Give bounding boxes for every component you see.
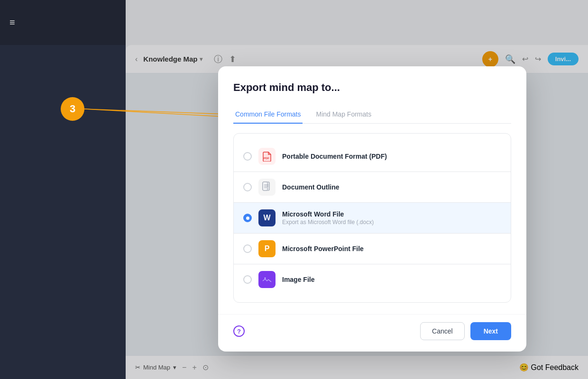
format-list: PDF Portable Document Format (PDF) xyxy=(233,133,511,303)
modal-body: Export mind map to... Common File Format… xyxy=(218,66,526,303)
radio-doc[interactable] xyxy=(243,183,252,191)
ppt-icon-label: P xyxy=(265,244,270,253)
img-name: Image File xyxy=(282,276,501,283)
svg-point-11 xyxy=(265,278,266,279)
pdf-icon: PDF xyxy=(258,148,276,165)
tab-common-label: Common File Formats xyxy=(235,110,301,118)
pdf-name: Portable Document Format (PDF) xyxy=(282,153,501,160)
next-button[interactable]: Next xyxy=(470,322,511,340)
footer-buttons: Cancel Next xyxy=(420,322,511,340)
tab-mindmap-label: Mind Map Formats xyxy=(316,110,371,118)
export-modal: Export mind map to... Common File Format… xyxy=(218,66,526,352)
radio-word[interactable] xyxy=(243,214,252,222)
format-tabs: Common File Formats Mind Map Formats xyxy=(233,105,511,124)
word-icon-label: W xyxy=(263,214,270,222)
radio-img[interactable] xyxy=(243,275,252,284)
doc-name: Document Outline xyxy=(282,183,501,191)
doc-icon xyxy=(258,179,276,196)
ppt-info: Microsoft PowerPoint File xyxy=(282,245,501,253)
svg-text:PDF: PDF xyxy=(264,157,269,160)
tab-common-formats[interactable]: Common File Formats xyxy=(233,106,303,124)
svg-rect-10 xyxy=(263,276,271,283)
format-item-doc[interactable]: Document Outline xyxy=(234,172,511,203)
tab-mindmap-formats[interactable]: Mind Map Formats xyxy=(314,106,373,124)
word-desc: Export as Microsoft Word file (.docx) xyxy=(282,219,501,226)
ppt-icon: P xyxy=(258,240,276,257)
format-item-word[interactable]: W Microsoft Word File Export as Microsof… xyxy=(234,203,511,234)
format-item-ppt[interactable]: P Microsoft PowerPoint File xyxy=(234,234,511,264)
ppt-name: Microsoft PowerPoint File xyxy=(282,245,501,253)
word-info: Microsoft Word File Export as Microsoft … xyxy=(282,210,501,226)
cancel-button[interactable]: Cancel xyxy=(420,322,465,340)
modal-title: Export mind map to... xyxy=(233,81,511,94)
format-item-img[interactable]: Image File xyxy=(234,264,511,295)
radio-ppt[interactable] xyxy=(243,244,252,253)
doc-info: Document Outline xyxy=(282,183,501,191)
word-icon: W xyxy=(258,209,276,226)
radio-pdf[interactable] xyxy=(243,152,252,161)
img-info: Image File xyxy=(282,276,501,283)
img-icon xyxy=(258,271,276,288)
format-item-pdf[interactable]: PDF Portable Document Format (PDF) xyxy=(234,141,511,172)
help-button[interactable]: ? xyxy=(233,325,245,337)
modal-footer: ? Cancel Next xyxy=(218,314,526,352)
word-name: Microsoft Word File xyxy=(282,210,501,218)
step-badge: 3 xyxy=(61,97,84,121)
pdf-info: Portable Document Format (PDF) xyxy=(282,153,501,160)
